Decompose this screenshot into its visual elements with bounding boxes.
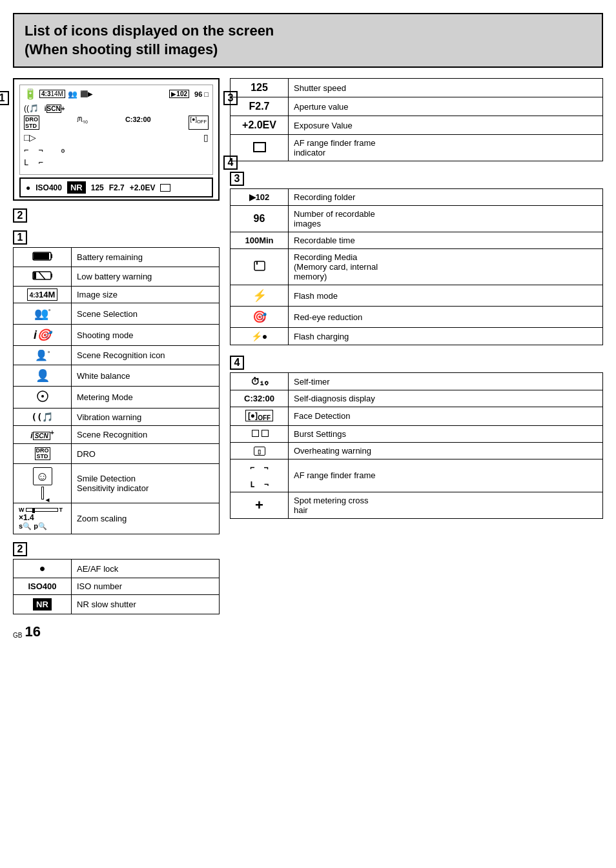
iso-icon: ISO400 (28, 581, 56, 591)
icon-cell: 100Min (231, 232, 289, 249)
red-eye-icon: 🎯 (252, 310, 267, 323)
burst-preview: □▷ (24, 132, 36, 143)
section4-badge: 4 (230, 356, 244, 370)
folder-preview: ▶102 (169, 90, 189, 98)
zoom-t-label: T (59, 507, 63, 513)
zoom-track (26, 508, 58, 512)
burst-sq-2 (262, 430, 269, 437)
label-cell: Metering Mode (72, 387, 220, 409)
scene-sel-icon: 👥° (34, 307, 50, 320)
icon-cell: F2.7 (231, 97, 289, 116)
table-row: 125 Shutter speed (231, 79, 603, 97)
preview-bottom-af: L ⌐ (20, 156, 212, 168)
label-cell: Recordable time (289, 232, 603, 249)
zoom-icon: W T ×1.4 s🔍 p🔍 (19, 507, 66, 530)
people-icon-preview: 👥 (68, 90, 77, 99)
page-title-text: List of icons displayed on the screen (W… (25, 22, 591, 59)
language-label: GB (13, 632, 22, 639)
section3-header: 3 (230, 172, 603, 186)
table-row: 👤° Scene Recognition icon (14, 346, 220, 365)
icon-cell: ☺ ◄ (14, 464, 72, 503)
icon-cell (14, 267, 72, 287)
ev-status: +2.0EV (130, 183, 156, 192)
self-timer-icon: ⏱₁₀ (251, 376, 269, 387)
table-row: Recording Media (Memory card, internal m… (231, 249, 603, 285)
section1-badge: 1 (13, 230, 27, 245)
icon-cell: ISO400 (14, 578, 72, 595)
scene-recog-icon-icon: 👤° (35, 350, 50, 361)
table-row: ▯ Overheating warning (231, 442, 603, 459)
preview-top-left: 🔋 4:314M 👥 ⬛▶ (24, 88, 93, 100)
icon-cell: + (231, 492, 289, 518)
table-row: Metering Mode (14, 387, 220, 409)
table-row: ⚡● Flash charging (231, 328, 603, 345)
icon-cell: ● (14, 560, 72, 578)
icon-cell: 🎯 (231, 307, 289, 328)
overheat-icon: ▯ (254, 447, 265, 456)
af-corner-tr: ¬ (264, 464, 269, 472)
table-row: + Spot metering cross hair (231, 492, 603, 518)
icon-cell: 👤 (14, 365, 72, 387)
section4-header: 4 (230, 356, 603, 370)
dro-preview: DROSTD (24, 116, 39, 130)
section4-table: ⏱₁₀ Self-timer C:32:00 Self-diagnosis di… (230, 372, 603, 518)
iso-status: ISO400 (36, 183, 62, 192)
arrow-icons-preview: ⬛▶ (80, 90, 93, 97)
flash-charging-icon: ⚡● (251, 331, 267, 341)
section2b-table: 125 Shutter speed F2.7 Aperture value +2… (230, 78, 603, 161)
label-cell: Aperture value (289, 97, 603, 116)
table-row: 👤 White balance (14, 365, 220, 387)
preview-af-row: ⌐ ¬ ⚙ (20, 144, 212, 156)
icon-cell: ⚡ (231, 285, 289, 307)
icon-cell (14, 387, 72, 409)
label-3-badge: 3 (223, 91, 238, 105)
face-detection-icon: [●]OFF (245, 410, 273, 421)
icon-cell: ⌐ ¬ L ⌐ (231, 459, 289, 492)
table-row: 96 Number of recordable images (231, 206, 603, 232)
label-cell: Spot metering cross hair (289, 492, 603, 518)
preview-burst-row: □▷ ▯ (20, 131, 212, 144)
icon-cell: 125 (231, 79, 289, 97)
smile-bar-icon: ◄ (41, 487, 44, 500)
icon-cell: NR (14, 595, 72, 614)
section2-table: ● AE/AF lock ISO400 ISO number NR (13, 559, 220, 614)
icon-cell: [●]OFF (231, 407, 289, 425)
vib-preview: ((🎵 (24, 104, 39, 113)
shutter-status: 125 (91, 183, 104, 192)
table-row: Battery remaining (14, 248, 220, 267)
image-size-icon: 4:314M (27, 288, 58, 301)
icon-cell: C:32:00 (231, 390, 289, 407)
section1-table: Battery remaining Low battery warning 4:… (13, 247, 220, 534)
timer-preview: ᙏ₁₀ (77, 116, 88, 130)
label-cell: Scene Selection (72, 303, 220, 325)
table-row: 👥° Scene Selection (14, 303, 220, 325)
label-cell: Face Detection (289, 407, 603, 425)
overheat-preview: ▯ (203, 132, 209, 143)
burst-sq-1 (252, 430, 259, 437)
icon-cell: 👥° (14, 303, 72, 325)
recording-media-svg (253, 261, 266, 271)
battery-icon-preview: 🔋 (24, 88, 37, 100)
icon-cell (231, 249, 289, 285)
preview-mode-row: ((🎵 iSCN+ (20, 103, 212, 114)
label-cell: Battery remaining (72, 248, 220, 267)
spot-metering-icon: + (255, 497, 263, 513)
svg-rect-2 (34, 253, 49, 259)
af-frame-indicator-icon (253, 142, 266, 152)
image-size-preview: 4:314M (39, 90, 65, 98)
label-cell: Scene Recognition (72, 426, 220, 444)
smile-bracket-icon: ☺ (33, 467, 52, 485)
label-cell: Smile Detection Sensitivity indicator (72, 464, 220, 503)
label-cell: Number of recordable images (289, 206, 603, 232)
battery-remaining-icon (32, 251, 53, 261)
time-preview: C:32:00 (125, 116, 151, 130)
page-footer: GB 16 (13, 625, 220, 639)
face-det-preview: [●]OFF (189, 116, 209, 130)
icon-cell (231, 425, 289, 442)
label-cell: Low battery warning (72, 267, 220, 287)
icon-cell: ⚡● (231, 328, 289, 345)
left-column: 🔋 4:314M 👥 ⬛▶ ▶102 96 □ ((🎵 (13, 78, 220, 639)
label-cell: AE/AF lock (72, 560, 220, 578)
zoom-level: ×1.4 (19, 513, 34, 522)
label-4-badge: 4 (223, 156, 238, 170)
